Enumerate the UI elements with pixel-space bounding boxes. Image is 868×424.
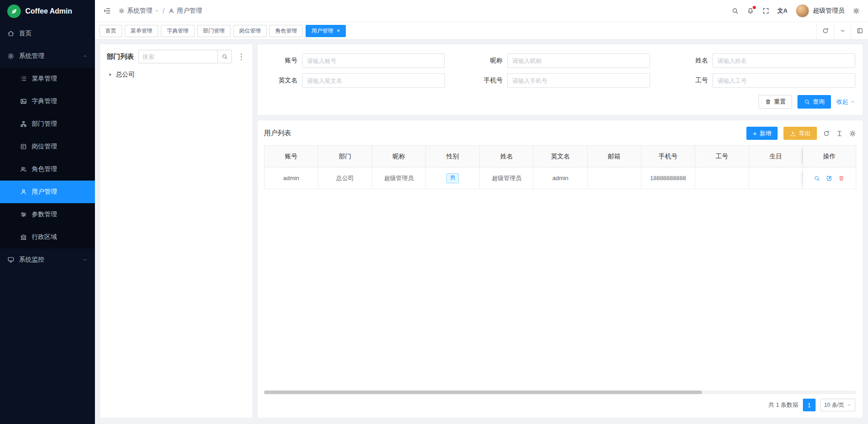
chevron-down-icon xyxy=(847,403,851,407)
department-search-input[interactable] xyxy=(138,50,217,63)
search-icon xyxy=(222,53,228,60)
search-icon xyxy=(804,99,810,105)
gear-icon xyxy=(7,52,14,60)
column-header-gender: 性别 xyxy=(426,146,480,167)
panel-title: 用户列表 xyxy=(264,129,291,138)
search-button[interactable] xyxy=(217,50,232,63)
sidebar-item-label: 岗位管理 xyxy=(32,143,57,151)
field-nickname: 昵称 xyxy=(470,53,650,68)
refresh-icon[interactable] xyxy=(816,22,834,39)
sidebar-item-admin-region[interactable]: 行政区域 xyxy=(0,226,95,248)
tab-dictionary-management[interactable]: 字典管理 xyxy=(161,25,194,37)
page-1-button[interactable]: 1 xyxy=(803,399,816,411)
sidebar-item-department-management[interactable]: 部门管理 xyxy=(0,113,95,135)
sidebar-item-home[interactable]: 首页 xyxy=(0,22,95,45)
tree-node-label: 总公司 xyxy=(116,71,135,79)
tree-node-root[interactable]: 总公司 xyxy=(107,71,246,79)
user-name: 超级管理员 xyxy=(813,7,844,15)
notification-dot xyxy=(753,6,756,9)
reset-button[interactable]: 重置 xyxy=(759,95,792,109)
sidebar-item-dictionary-management[interactable]: 字典管理 xyxy=(0,90,95,113)
gear-icon[interactable] xyxy=(853,7,860,14)
gear-icon xyxy=(118,8,125,14)
scrollbar-thumb[interactable] xyxy=(264,391,702,394)
plus-icon: + xyxy=(753,130,757,137)
edit-icon[interactable] xyxy=(826,175,832,181)
gear-icon[interactable] xyxy=(849,130,856,137)
phone-input[interactable] xyxy=(507,73,650,88)
breadcrumb: 系统管理 / 用户管理 xyxy=(118,7,202,15)
tab-controls xyxy=(816,22,868,39)
app-title: Coffee Admin xyxy=(25,7,72,15)
sidebar-item-post-management[interactable]: 岗位管理 xyxy=(0,135,95,158)
layout-icon[interactable] xyxy=(851,22,868,39)
cell-name: 超级管理员 xyxy=(480,167,533,189)
top-header: 系统管理 / 用户管理 文A 超级管理员 xyxy=(95,0,868,22)
column-header-actions: 操作 xyxy=(803,146,856,167)
department-panel: 部门列表 ⋮ 总公司 xyxy=(100,44,252,418)
tab-menu-management[interactable]: 菜单管理 xyxy=(125,25,158,37)
work-no-input[interactable] xyxy=(712,73,855,88)
tab-role-management[interactable]: 角色管理 xyxy=(269,25,303,37)
sidebar-item-label: 参数管理 xyxy=(32,210,57,219)
field-label: 英文名 xyxy=(265,76,297,85)
search-icon[interactable] xyxy=(731,7,739,14)
picture-icon xyxy=(20,98,27,105)
sidebar-item-label: 行政区域 xyxy=(32,233,57,241)
app-logo[interactable]: Coffee Admin xyxy=(0,0,95,22)
collapse-link[interactable]: 收起 xyxy=(836,98,855,106)
breadcrumb-user-management[interactable]: 用户管理 xyxy=(168,7,202,15)
refresh-icon[interactable] xyxy=(823,130,830,137)
export-button[interactable]: 导出 xyxy=(783,127,817,140)
cell-gender: 男 xyxy=(426,167,480,189)
fullscreen-icon[interactable] xyxy=(762,7,769,14)
menu-fold-icon[interactable] xyxy=(103,7,111,15)
sidebar-item-menu-management[interactable]: 菜单管理 xyxy=(0,67,95,90)
chevron-down-icon xyxy=(155,9,159,13)
field-english-name: 英文名 xyxy=(265,73,445,88)
field-label: 工号 xyxy=(675,76,708,85)
nickname-input[interactable] xyxy=(507,53,650,68)
user-icon xyxy=(168,8,175,14)
tab-bar: 首页 菜单管理 字典管理 部门管理 岗位管理 角色管理 用户管理 × xyxy=(95,22,868,40)
more-options-icon[interactable]: ⋮ xyxy=(236,53,246,61)
user-list-panel: 用户列表 + 新增 导出 xyxy=(258,120,863,418)
account-input[interactable] xyxy=(302,53,445,68)
tab-label: 首页 xyxy=(105,27,116,35)
sidebar-group-system-management[interactable]: 系统管理 xyxy=(0,45,95,67)
sidebar: Coffee Admin 首页 系统管理 菜单管理 字典管理 部门管理 xyxy=(0,0,95,424)
tab-post-management[interactable]: 岗位管理 xyxy=(233,25,267,37)
sidebar-item-label: 字典管理 xyxy=(32,97,57,105)
sidebar-item-parameter-management[interactable]: 参数管理 xyxy=(0,203,95,226)
breadcrumb-system-management[interactable]: 系统管理 xyxy=(118,7,159,15)
tab-user-management[interactable]: 用户管理 × xyxy=(306,25,346,37)
name-input[interactable] xyxy=(712,53,855,68)
tab-label: 菜单管理 xyxy=(131,27,152,35)
query-button[interactable]: 查询 xyxy=(797,95,831,109)
add-button[interactable]: + 新增 xyxy=(746,127,778,140)
field-label: 账号 xyxy=(265,57,297,65)
table-density-icon[interactable] xyxy=(836,130,843,137)
bell-icon[interactable] xyxy=(747,7,754,14)
page-size-select[interactable]: 10 条/页 xyxy=(820,399,855,411)
user-menu[interactable]: 超级管理员 xyxy=(796,4,844,18)
english-name-input[interactable] xyxy=(302,73,445,88)
translate-icon[interactable]: 文A xyxy=(778,7,788,15)
column-header-dept: 部门 xyxy=(318,146,372,167)
delete-icon[interactable] xyxy=(838,175,844,181)
column-header-account: 账号 xyxy=(264,146,318,167)
pagination-total: 共 1 条数据 xyxy=(769,401,798,409)
sidebar-group-system-monitor[interactable]: 系统监控 xyxy=(0,248,95,271)
sidebar-group-label: 系统管理 xyxy=(19,52,44,60)
close-icon[interactable]: × xyxy=(337,28,340,33)
sidebar-item-user-management[interactable]: 用户管理 xyxy=(0,181,95,203)
tab-home[interactable]: 首页 xyxy=(99,25,122,37)
tab-department-management[interactable]: 部门管理 xyxy=(197,25,231,37)
sidebar-item-role-management[interactable]: 角色管理 xyxy=(0,158,95,181)
field-phone: 手机号 xyxy=(470,73,650,88)
chevron-down-icon[interactable] xyxy=(834,22,851,39)
sliders-icon xyxy=(20,211,27,218)
breadcrumb-label: 用户管理 xyxy=(177,7,202,15)
caret-right-icon xyxy=(108,72,113,77)
view-icon[interactable] xyxy=(814,175,820,181)
